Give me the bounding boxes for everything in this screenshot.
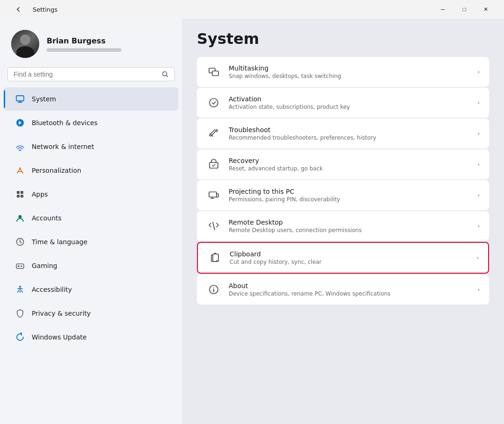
back-button[interactable] [7,2,29,17]
troubleshoot-chevron: › [477,130,480,137]
sidebar-label-accounts: Accounts [32,214,62,222]
troubleshoot-subtitle: Recommended troubleshooters, preferences… [229,134,470,141]
settings-item-recovery[interactable]: Recovery Reset, advanced startup, go bac… [197,149,489,179]
gaming-icon [15,261,25,271]
search-icon [162,71,168,78]
multitasking-title: Multitasking [229,64,470,72]
troubleshoot-icon [206,126,221,141]
clipboard-icon [207,250,222,265]
sidebar-label-apps: Apps [32,191,48,198]
settings-item-activation[interactable]: Activation Activation state, subscriptio… [197,88,489,118]
app-container: Brian Burgess [0,19,504,424]
settings-item-about[interactable]: About Device specifications, rename PC, … [197,275,489,304]
page-title: System [197,30,489,48]
sidebar-item-update[interactable]: Windows Update [4,325,178,349]
svg-rect-17 [213,254,218,261]
svg-point-14 [210,99,218,107]
clipboard-chevron: › [476,254,479,261]
svg-rect-4 [17,191,20,194]
svg-rect-6 [17,195,20,198]
settings-item-projecting[interactable]: Projecting to this PC Permissions, pairi… [197,180,489,210]
projecting-title: Projecting to this PC [229,188,470,195]
accessibility-icon [15,284,25,295]
settings-item-multitasking[interactable]: Multitasking Snap windows, desktops, tas… [197,57,489,87]
bluetooth-icon [15,118,25,128]
recovery-icon [206,157,221,172]
sidebar-label-update: Windows Update [32,333,87,341]
nav: System Bluetooth & devices [0,87,182,349]
user-account-bar [47,48,121,52]
close-button[interactable]: ✕ [475,2,497,17]
settings-item-remote-desktop[interactable]: Remote Desktop Remote Desktop users, con… [197,211,489,241]
sidebar-label-bluetooth: Bluetooth & devices [32,119,98,127]
sidebar-item-network[interactable]: Network & internet [4,135,178,158]
personalization-icon [15,165,25,176]
svg-point-8 [19,215,22,219]
sidebar-label-network: Network & internet [32,143,94,150]
projecting-text: Projecting to this PC Permissions, pairi… [229,188,470,203]
user-name: Brian Burgess [47,36,121,45]
settings-item-troubleshoot[interactable]: Troubleshoot Recommended troubleshooters… [197,119,489,148]
sidebar-item-privacy[interactable]: Privacy & security [4,302,178,325]
activation-text: Activation Activation state, subscriptio… [229,95,470,110]
remote-desktop-chevron: › [477,223,480,229]
about-icon [206,282,221,297]
svg-rect-7 [21,195,23,198]
remote-desktop-subtitle: Remote Desktop users, connection permiss… [229,227,470,233]
projecting-subtitle: Permissions, pairing PIN, discoverabilit… [229,196,470,203]
sidebar-label-privacy: Privacy & security [32,310,91,317]
multitasking-subtitle: Snap windows, desktops, task switching [229,73,470,79]
sidebar-label-accessibility: Accessibility [32,286,72,293]
sidebar-item-apps[interactable]: Apps [4,183,178,206]
activation-title: Activation [229,95,470,103]
svg-rect-13 [212,71,218,76]
sidebar-item-system[interactable]: System [4,87,178,111]
user-info: Brian Burgess [47,36,121,52]
settings-list: Multitasking Snap windows, desktops, tas… [197,57,489,304]
network-icon [15,141,25,152]
svg-point-19 [213,287,214,288]
sidebar-label-system: System [32,95,56,103]
about-title: About [229,282,470,290]
recovery-text: Recovery Reset, advanced startup, go bac… [229,157,470,172]
activation-chevron: › [477,99,480,106]
maximize-button[interactable]: □ [454,2,475,17]
settings-item-clipboard[interactable]: Clipboard Cut and copy history, sync, cl… [197,242,489,274]
titlebar-title: Settings [33,6,57,13]
svg-point-3 [20,150,21,151]
update-icon [15,332,25,342]
user-section: Brian Burgess [0,19,182,67]
search-box [7,67,175,81]
clipboard-title: Clipboard [230,250,469,258]
search-input[interactable] [14,71,158,78]
sidebar-item-gaming[interactable]: Gaming [4,254,178,277]
about-subtitle: Device specifications, rename PC, Window… [229,290,470,297]
accounts-icon [15,213,25,223]
titlebar-left: Settings [7,2,57,17]
recovery-chevron: › [477,161,480,168]
clipboard-text: Clipboard Cut and copy history, sync, cl… [230,250,469,265]
remote-desktop-text: Remote Desktop Remote Desktop users, con… [229,219,470,233]
titlebar: Settings ─ □ ✕ [0,0,504,19]
titlebar-controls: ─ □ ✕ [432,2,497,17]
projecting-chevron: › [477,192,480,198]
avatar-image [11,30,39,58]
multitasking-text: Multitasking Snap windows, desktops, tas… [229,64,470,79]
activation-subtitle: Activation state, subscriptions, product… [229,104,470,110]
sidebar-item-bluetooth[interactable]: Bluetooth & devices [4,111,178,134]
svg-point-11 [19,286,21,288]
avatar [11,30,39,58]
sidebar-item-time[interactable]: Time & language [4,230,178,254]
minimize-button[interactable]: ─ [432,2,454,17]
clipboard-subtitle: Cut and copy history, sync, clear [230,259,469,265]
multitasking-icon [206,64,221,79]
troubleshoot-text: Troubleshoot Recommended troubleshooters… [229,126,470,141]
sidebar-label-gaming: Gaming [32,262,57,269]
svg-rect-5 [21,191,23,194]
about-text: About Device specifications, rename PC, … [229,282,470,297]
main-content: System Multitasking Snap windows, deskto… [182,19,504,424]
sidebar-item-accessibility[interactable]: Accessibility [4,278,178,301]
sidebar-item-accounts[interactable]: Accounts [4,206,178,230]
apps-icon [15,189,25,199]
sidebar-item-personalization[interactable]: Personalization [4,159,178,182]
